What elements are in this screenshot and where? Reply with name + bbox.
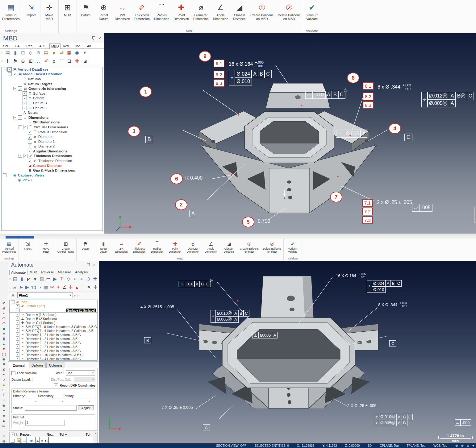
side-tool-icon[interactable]: ↗ — [2, 378, 5, 382]
tree-item[interactable]: A Notes — [2, 110, 102, 115]
ribbon-button[interactable]: ✔VerisurfValidate — [303, 0, 321, 29]
ribbon-button[interactable]: ⊕TargetDatum — [95, 0, 113, 29]
tree-expander[interactable] — [8, 178, 11, 181]
tree-expander[interactable] — [24, 135, 27, 138]
status-item[interactable]: SECTION VIEW: OFF — [216, 444, 246, 447]
ribbon-button[interactable]: ✛MoveMBD — [40, 0, 58, 32]
tree-checkbox[interactable] — [23, 96, 27, 100]
balloon-tag-9-2[interactable]: 9.2 — [214, 71, 224, 78]
ribbon-button[interactable]: ②Delete Balloonson MBD — [276, 0, 303, 29]
balloon-tag-7-1[interactable]: 7.1 — [362, 199, 373, 207]
status-item[interactable]: WCS: Top — [433, 444, 447, 447]
status-icon[interactable]: ⊕ — [466, 444, 469, 448]
tree-item[interactable]: − ▣ Model Based Definition — [2, 72, 102, 77]
dimension-callout[interactable]: 2 X Ø .25 ± .005 — [347, 403, 377, 408]
toolbar-icon[interactable]: ▦ — [44, 284, 48, 290]
balloon-tag-8-1[interactable]: 8.1 — [363, 82, 374, 90]
tree-item[interactable]: − ↔ Dimensions — [2, 115, 102, 120]
toolbar-icon[interactable]: P — [26, 276, 31, 282]
tree-item[interactable]: ⊡ Surface — [2, 91, 102, 96]
tree-expander[interactable] — [13, 82, 16, 85]
datum-feature-box[interactable]: C — [404, 134, 412, 141]
panel-tab[interactable]: Me... — [73, 43, 85, 48]
status-item[interactable]: X: -11.26938 — [297, 444, 315, 447]
toolbar-icon[interactable]: ≈ — [79, 276, 84, 282]
search-icon[interactable]: ⌕ — [74, 293, 76, 298]
drag-handle[interactable]: ⁞⁞ — [1, 60, 2, 63]
dimension-callout[interactable]: 8 X Ø .344 +.003−.001 — [378, 301, 407, 308]
tree-item[interactable]: ✐ Thickness Dimension — [2, 158, 102, 163]
panel-tab[interactable]: Reverse — [40, 269, 56, 275]
side-tool-icon[interactable]: ◎ — [2, 439, 5, 443]
tree-expander[interactable]: + — [16, 321, 19, 325]
status-item[interactable]: 3D — [368, 444, 372, 447]
panel-tab[interactable]: CA... — [13, 43, 24, 48]
ribbon-button[interactable]: ⊕TargetDatum — [94, 239, 112, 257]
toolbar-icon[interactable]: ✕ — [87, 284, 91, 290]
tree-item[interactable]: ◢ Closest Distance — [2, 163, 102, 168]
side-tool-icon[interactable]: ● — [3, 408, 5, 413]
tree-checkbox[interactable] — [18, 115, 22, 120]
tree-expander[interactable] — [24, 159, 27, 162]
panel-tab[interactable]: Automate — [9, 270, 27, 275]
pin-icon[interactable] — [92, 36, 95, 40]
tree-checkbox[interactable] — [13, 72, 17, 76]
balloon-3[interactable]: 3 — [128, 126, 140, 137]
ribbon-button[interactable]: ↔2PtDimension — [113, 0, 132, 29]
secondary-datum-select[interactable]: ∨ — [40, 399, 65, 404]
toolbar-icon[interactable]: ■ — [51, 50, 57, 56]
tree-expander[interactable] — [19, 97, 22, 100]
toolbar-icon[interactable]: ➤ — [19, 284, 23, 290]
side-tool-icon[interactable]: ✛ — [2, 393, 5, 397]
panel-tab[interactable]: Rec... — [25, 43, 37, 48]
tree-item[interactable]: − ◉ Captured Views — [2, 173, 102, 178]
toolbar-icon[interactable]: ⁞ — [81, 284, 85, 290]
toolbar-icon[interactable]: ✛ — [5, 58, 11, 64]
toolbar-icon[interactable]: ▮ — [12, 50, 19, 56]
toolbar-icon[interactable]: ◇ — [28, 50, 34, 56]
tree-expander[interactable] — [19, 92, 22, 95]
panel-tab[interactable]: Rev... — [61, 43, 73, 48]
property-tab[interactable]: General — [10, 363, 28, 368]
datum-feature-box[interactable]: C — [389, 340, 396, 346]
panel-tab[interactable]: Measure — [56, 269, 73, 275]
datum-feature-box[interactable]: B — [144, 337, 151, 343]
drag-handle[interactable]: ⁞⁞ — [9, 277, 10, 281]
toolbar-icon[interactable]: ◔ — [38, 284, 42, 290]
balloon-6[interactable]: 6 — [170, 173, 183, 184]
toolbar-icon[interactable]: ▭ — [46, 276, 51, 282]
side-tool-icon[interactable]: ▮ — [3, 337, 5, 341]
toolbar-icon[interactable]: ⇄ — [59, 50, 65, 56]
side-tool-icon[interactable]: ▲ — [2, 418, 6, 423]
tree-checkbox[interactable] — [23, 101, 27, 105]
pin-icon[interactable] — [87, 263, 90, 267]
tree-expander[interactable] — [19, 164, 22, 167]
tree-expander[interactable]: + — [16, 313, 19, 317]
feature-control-frame-flatness[interactable]: ▱.005 — [412, 204, 432, 212]
tree-expander[interactable]: + — [16, 349, 19, 353]
toolbar-icon[interactable]: ⊙ — [35, 50, 42, 56]
ribbon-button[interactable]: ▤VerisurfPreferences — [0, 0, 22, 29]
header-checkbox[interactable] — [10, 433, 16, 436]
tree-expander[interactable] — [24, 140, 27, 143]
feature-control-frame[interactable]: ⌖ Ø.010ⓂABⓂC Ø.005ⓂA — [474, 207, 476, 222]
drag-handle[interactable]: ⁞⁞ — [9, 286, 10, 289]
toolbar-icon[interactable]: ▰ — [13, 284, 17, 290]
dimension-callout[interactable]: 2 x Ø .25 ± .005 — [377, 200, 412, 205]
side-tool-icon[interactable]: ⊞ — [2, 388, 5, 392]
dimension-callout[interactable]: 4 X Ø .2515 ± .005 — [140, 305, 174, 309]
balloon-5[interactable]: 5 — [242, 217, 254, 227]
property-tab[interactable]: Columns — [46, 363, 65, 368]
ribbon-button[interactable]: ∠AngleDimension — [211, 0, 231, 29]
tree-item[interactable]: + ⊕ Datum C (1 Surface) — [10, 321, 97, 325]
tree-item[interactable]: − ⊡ Geometric tolerancing — [2, 86, 102, 91]
toolbar-icon[interactable]: ◢ — [82, 58, 88, 64]
tree-expander[interactable]: + — [16, 333, 19, 337]
ribbon-button[interactable]: ⇲Import — [19, 239, 37, 260]
tertiary-datum-select[interactable]: ∨ — [67, 399, 92, 404]
ribbon-button[interactable]: ①Create Balloonson MBD — [248, 0, 276, 29]
balloon-9[interactable]: 9 — [199, 51, 211, 62]
tree-expander[interactable]: + — [16, 317, 19, 321]
status-icon[interactable]: ● — [472, 444, 474, 448]
tree-expander[interactable] — [13, 77, 16, 81]
